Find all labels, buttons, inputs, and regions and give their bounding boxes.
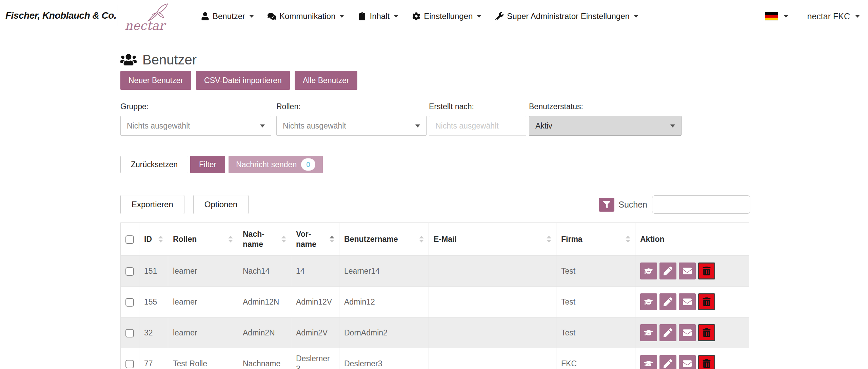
selected-value: Nichts ausgewählt [127,121,190,131]
cell-vorname: Admin12V [291,287,339,317]
column-label: E-Mail [434,234,457,244]
row-checkbox[interactable] [125,360,134,368]
cell-id: 32 [139,317,168,348]
envelope-icon [683,359,692,368]
benutzerstatus-select[interactable]: Aktiv [529,116,682,136]
courses-action-button[interactable] [640,355,657,369]
chevron-down-icon [477,15,481,18]
nav-item-benutzer[interactable]: Benutzer [201,12,254,21]
send-mail-action-button[interactable] [679,355,696,369]
nav-right: nectar FKC [765,0,860,33]
delete-action-button[interactable] [698,355,715,369]
erstellt-nach-input[interactable] [429,116,526,136]
edit-action-button[interactable] [659,263,676,279]
row-checkbox[interactable] [125,329,134,337]
page-toolbar: Neuer BenutzerCSV-Datei importierenAlle … [120,71,750,90]
column-header-vorname[interactable]: Vor-name [291,223,339,256]
search-input[interactable] [652,195,750,214]
cell-nachname: Nach14 [238,256,291,287]
search-filter-button[interactable] [599,198,614,212]
send-mail-action-button[interactable] [679,263,696,279]
export-button[interactable]: Exportieren [120,195,184,214]
cell-benutzername: Admin12 [339,287,429,317]
delete-action-button[interactable] [698,293,715,310]
filters: Gruppe: Nichts ausgewählt Rollen: Nichts… [120,102,750,136]
options-button[interactable]: Optionen [193,195,249,214]
filter-label: Gruppe: [120,102,271,111]
language-dropdown[interactable] [765,12,788,20]
filter-group-benutzerstatus: Benutzerstatus: Aktiv [529,102,682,136]
sort-icon [622,236,630,242]
sort-icon [278,236,286,242]
table-row: 77Test RolleNachnameDeslerner 3Deslerner… [121,348,749,369]
page-title: Benutzer [120,52,750,68]
action-buttons [640,355,744,369]
rollen-select[interactable]: Nichts ausgewählt [276,116,427,136]
cell-firma: Test [556,317,635,348]
nav-item-inhalt[interactable]: Inhalt [358,12,398,21]
courses-action-button[interactable] [640,324,657,341]
csv-importieren-button[interactable]: CSV-Datei importieren [196,71,290,90]
filter-label: Erstellt nach: [429,102,526,111]
gruppe-select[interactable]: Nichts ausgewählt [120,116,271,136]
cog-icon [412,12,421,20]
sort-icon [416,236,424,242]
column-header-email[interactable]: E-Mail [429,223,556,256]
courses-action-button[interactable] [640,263,657,279]
nav-item-einstellungen[interactable]: Einstellungen [412,12,481,21]
account-dropdown[interactable]: nectar FKC [807,12,860,21]
cell-nachname: Nachname [238,348,291,369]
cell-email [429,287,556,317]
action-buttons [640,293,744,310]
trash-icon [702,297,711,306]
chevron-down-icon [260,124,265,128]
cell-firma: Test [556,256,635,287]
page-title-text: Benutzer [142,52,197,68]
delete-action-button[interactable] [698,263,715,279]
row-checkbox[interactable] [125,267,134,276]
filter-button[interactable]: Filter [190,156,225,173]
sort-icon [543,236,551,242]
select-all-checkbox[interactable] [125,235,134,244]
column-header-benutzername[interactable]: Benutzername [339,223,429,256]
send-message-button[interactable]: Nachricht senden 0 [229,156,323,173]
cell-nachname: Admin2N [238,317,291,348]
courses-action-button[interactable] [640,293,657,310]
cell-benutzername: Learner14 [339,256,429,287]
chevron-down-icon [634,15,638,18]
chevron-down-icon [784,15,788,18]
pencil-icon [664,297,672,306]
column-label: Vor-name [296,229,326,249]
edit-action-button[interactable] [659,355,676,369]
action-buttons [640,324,744,341]
edit-action-button[interactable] [659,324,676,341]
row-checkbox[interactable] [125,298,134,307]
column-label: ID [144,234,152,244]
column-header-id[interactable]: ID [139,223,168,256]
column-header-rollen[interactable]: Rollen [168,223,238,256]
nav-item-label: Super Administrator Einstellungen [507,12,630,21]
send-mail-action-button[interactable] [679,293,696,310]
reset-button[interactable]: Zurücksetzen [120,156,188,173]
cell-id: 77 [139,348,168,369]
send-mail-action-button[interactable] [679,324,696,341]
column-header-firma[interactable]: Firma [556,223,635,256]
alle-benutzer-button[interactable]: Alle Benutzer [295,71,357,90]
edit-action-button[interactable] [659,293,676,310]
nav-item-kommunikation[interactable]: Kommunikation [268,12,344,21]
filter-group-erstellt-nach: Erstellt nach: [429,102,526,136]
neuer-benutzer-button[interactable]: Neuer Benutzer [120,71,191,90]
cell-benutzername: Deslerner3 [339,348,429,369]
nav-item-label: Einstellungen [424,12,473,21]
chevron-down-icon [855,15,860,18]
delete-action-button[interactable] [698,324,715,341]
graduation-cap-icon [644,297,653,306]
nectar-wordmark: nectar [125,19,165,33]
cell-rollen: learner [168,256,238,287]
column-header-nachname[interactable]: Nach-name [238,223,291,256]
nav-item-super-admin-einstellungen[interactable]: Super Administrator Einstellungen [495,12,638,21]
envelope-icon [683,297,692,306]
cell-firma: Test [556,287,635,317]
column-label: Rollen [173,234,197,244]
graduation-cap-icon [644,359,653,368]
